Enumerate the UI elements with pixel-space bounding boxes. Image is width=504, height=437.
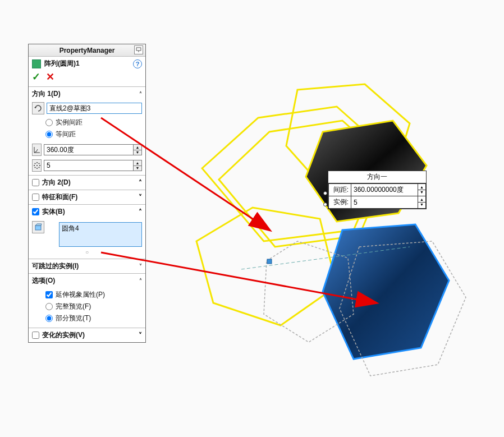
svg-rect-21	[35, 226, 41, 230]
bodies-selected-item[interactable]: 圆角4	[62, 224, 139, 233]
callout-instances-label: 实例:	[329, 196, 351, 209]
callout-spacing-input[interactable]	[354, 186, 415, 194]
callout-instances-spinner[interactable]: ▲▼	[418, 196, 426, 209]
section-features-faces-header[interactable]: 特征和面(F) ˅	[29, 190, 145, 204]
svg-point-13	[36, 162, 38, 163]
chevron-up-icon: ˄	[139, 208, 142, 216]
equal-radio[interactable]	[45, 131, 53, 138]
equal-radio-label: 等间距	[56, 130, 76, 139]
chevron-up-icon: ˄	[139, 91, 142, 97]
spacing-radio[interactable]	[45, 119, 53, 126]
section-options-header[interactable]: 选项(O) ˄	[29, 274, 145, 288]
bodies-selection-box[interactable]: 圆角4	[59, 222, 142, 247]
angle-down[interactable]: ▼	[133, 150, 142, 156]
pin-button[interactable]	[134, 45, 143, 54]
svg-point-17	[34, 163, 35, 164]
features-faces-checkbox[interactable]	[32, 194, 39, 201]
svg-marker-7	[264, 241, 354, 342]
direction-callout: 方向一 间距: ▲▼ 实例: ▲▼	[328, 171, 427, 209]
full-preview-label: 完整预览(F)	[56, 302, 91, 311]
section-skippable: 可跳过的实例(I) ˅	[29, 259, 145, 273]
svg-marker-6	[340, 241, 466, 376]
svg-point-18	[38, 167, 39, 168]
chevron-down-icon: ˅	[139, 263, 142, 269]
partial-preview-radio[interactable]	[45, 315, 53, 322]
callout-handle-icon[interactable]	[323, 203, 327, 206]
ok-cancel-row: ✓ ✕	[29, 71, 145, 86]
propagate-checkbox[interactable]	[45, 291, 53, 298]
callout-handle-icon[interactable]	[323, 191, 327, 195]
section-direction2: 方向 2(D) ˄	[29, 175, 145, 190]
svg-point-20	[38, 163, 39, 164]
instances-input[interactable]	[44, 160, 133, 171]
help-button[interactable]: ?	[133, 59, 142, 68]
callout-instances-input[interactable]	[354, 199, 415, 206]
cancel-button[interactable]: ✕	[46, 71, 54, 83]
section-direction1: 方向 1(D) ˄ 实例间距 等间距	[29, 86, 145, 175]
svg-point-19	[34, 167, 35, 168]
angle-row: ▲▼	[32, 144, 142, 156]
feature-header: 阵列(圆周)1 ?	[29, 57, 145, 71]
full-preview-radio[interactable]	[45, 303, 53, 310]
instances-down[interactable]: ▼	[133, 165, 142, 172]
section-bodies-header[interactable]: 实体(B) ˄	[29, 205, 145, 219]
partial-preview-row[interactable]: 部分预览(T)	[32, 312, 142, 324]
section-bodies: 实体(B) ˄ 圆角4 ○	[29, 204, 145, 259]
svg-marker-3	[196, 208, 337, 325]
bodies-label: 实体(B)	[42, 207, 65, 217]
body-select-icon	[32, 221, 44, 233]
bodies-drag-handle-icon[interactable]: ○	[32, 249, 142, 255]
instances-row: ▲▼	[32, 159, 142, 172]
features-faces-label: 特征和面(F)	[42, 192, 77, 202]
instances-spinner[interactable]: ▲▼	[133, 160, 142, 171]
pm-title-bar: PropertyManager	[29, 44, 145, 57]
direction2-checkbox[interactable]	[32, 179, 39, 186]
callout-title: 方向一	[328, 171, 426, 183]
svg-rect-9	[267, 259, 272, 264]
svg-point-16	[39, 165, 40, 166]
section-skippable-header[interactable]: 可跳过的实例(I) ˅	[29, 259, 145, 273]
direction1-axis-input[interactable]	[47, 103, 142, 114]
pm-title-text: PropertyManager	[59, 47, 115, 54]
pin-icon	[136, 47, 141, 53]
angle-icon	[32, 144, 42, 156]
full-preview-row[interactable]: 完整预览(F)	[32, 301, 142, 312]
svg-marker-5	[323, 224, 449, 359]
svg-point-14	[36, 168, 38, 169]
propagate-label: 延伸视象属性(P)	[56, 290, 105, 300]
bodies-checkbox[interactable]	[32, 208, 39, 215]
chevron-up-icon: ˄	[139, 278, 142, 284]
spacing-radio-label: 实例间距	[56, 118, 83, 127]
reverse-direction-icon	[34, 104, 43, 113]
skippable-label: 可跳过的实例(I)	[32, 261, 79, 271]
angle-up[interactable]: ▲	[133, 144, 142, 150]
angle-input[interactable]	[44, 144, 133, 155]
instances-up[interactable]: ▲	[133, 160, 142, 165]
svg-point-12	[36, 165, 38, 166]
feature-name: 阵列(圆周)1	[44, 59, 80, 68]
spacing-radio-row[interactable]: 实例间距	[32, 117, 142, 128]
section-direction2-header[interactable]: 方向 2(D) ˄	[29, 176, 145, 190]
direction1-axis-row	[32, 102, 142, 114]
angle-spinner[interactable]: ▲▼	[133, 144, 142, 155]
chevron-down-icon: ˅	[139, 194, 142, 201]
svg-rect-10	[136, 48, 141, 50]
chevron-down-icon: ˅	[139, 332, 142, 339]
equal-radio-row[interactable]: 等间距	[32, 128, 142, 140]
varied-checkbox[interactable]	[32, 332, 39, 339]
section-direction1-header[interactable]: 方向 1(D) ˄	[29, 87, 145, 101]
section-varied: 变化的实例(V) ˅	[29, 328, 145, 342]
reverse-direction-button[interactable]	[32, 102, 44, 114]
ok-button[interactable]: ✓	[32, 71, 40, 83]
section-options: 选项(O) ˄ 延伸视象属性(P) 完整预览(F) 部分预览(T)	[29, 273, 145, 328]
chevron-up-icon: ˄	[139, 179, 142, 187]
svg-point-15	[34, 165, 35, 166]
callout-spacing-label: 间距:	[329, 184, 351, 196]
svg-line-8	[241, 247, 410, 269]
varied-label: 变化的实例(V)	[42, 330, 85, 340]
instances-icon	[32, 159, 42, 172]
propagate-row[interactable]: 延伸视象属性(P)	[32, 289, 142, 301]
partial-preview-label: 部分预览(T)	[56, 314, 91, 323]
callout-spacing-spinner[interactable]: ▲▼	[418, 184, 426, 196]
section-varied-header[interactable]: 变化的实例(V) ˅	[29, 328, 145, 342]
